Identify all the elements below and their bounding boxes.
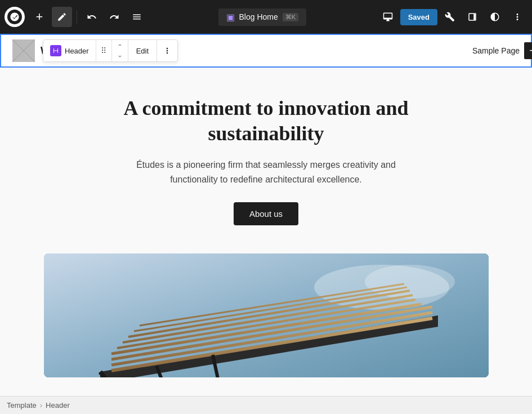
edit-mode-button[interactable] xyxy=(52,7,72,27)
block-type-indicator[interactable]: Header xyxy=(43,39,96,62)
preview-label: Blog Home xyxy=(239,12,278,21)
divider-1 xyxy=(77,10,77,24)
desktop-view-button[interactable] xyxy=(378,7,398,27)
block-name-label: Header xyxy=(65,47,89,55)
about-us-button[interactable]: About us xyxy=(234,202,298,225)
hero-section: A commitment to innovation and sustainab… xyxy=(0,68,532,242)
pencil-icon xyxy=(57,12,67,22)
more-icon xyxy=(512,12,522,22)
header-block-container: WPZOOM Sample Page + Header xyxy=(0,34,532,68)
preview-selector[interactable]: ▣ Blog Home ⌘K xyxy=(218,8,307,26)
building-svg xyxy=(44,253,489,377)
redo-icon xyxy=(109,12,119,22)
edit-label: Edit xyxy=(136,47,149,55)
canvas-wrapper: WPZOOM Sample Page + Header xyxy=(0,34,532,396)
block-more-icon xyxy=(163,46,172,55)
header-icon-svg xyxy=(52,47,59,54)
saved-button[interactable]: Saved xyxy=(400,9,437,25)
hero-title: A commitment to innovation and sustainab… xyxy=(97,96,435,146)
block-toolbar: Header ⠿ xyxy=(43,39,178,62)
site-nav-link[interactable]: Sample Page xyxy=(472,46,520,55)
plus-icon: + xyxy=(529,45,532,56)
edit-button[interactable]: Edit xyxy=(128,39,157,62)
add-block-edge-button[interactable]: + xyxy=(524,42,532,59)
sidebar-toggle-button[interactable] xyxy=(462,7,482,27)
building-image xyxy=(44,253,489,377)
undo-button[interactable] xyxy=(82,7,102,27)
wrench-icon xyxy=(445,12,455,22)
wp-logo[interactable]: W xyxy=(5,7,25,27)
contrast-icon xyxy=(490,12,500,22)
undo-icon xyxy=(87,12,97,22)
breadcrumb-bar: Template › Header xyxy=(0,396,532,414)
site-logo xyxy=(12,39,35,62)
block-more-button[interactable] xyxy=(157,39,177,62)
drag-dots-icon: ⠿ xyxy=(101,46,107,55)
building-image-container xyxy=(0,253,532,377)
preview-shortcut: ⌘K xyxy=(283,13,298,21)
tools-button[interactable] xyxy=(440,7,460,27)
list-icon xyxy=(132,12,142,22)
preview-icon: ▣ xyxy=(226,12,235,23)
more-options-button[interactable] xyxy=(507,7,527,27)
hero-subtitle: Études is a pioneering firm that seamles… xyxy=(126,158,407,186)
desktop-icon xyxy=(383,12,393,22)
add-icon: + xyxy=(36,10,43,24)
top-toolbar: W + ▣ Blog Home ⌘K xyxy=(0,0,532,34)
chevron-up-icon xyxy=(117,42,123,48)
svg-point-7 xyxy=(365,265,455,299)
chevron-down-icon xyxy=(117,54,123,59)
svg-text:W: W xyxy=(12,15,16,19)
breadcrumb-header[interactable]: Header xyxy=(46,401,70,409)
wp-logo-icon: W xyxy=(10,12,20,22)
building-bg xyxy=(44,253,489,377)
move-down-button[interactable] xyxy=(112,51,128,62)
document-overview-button[interactable] xyxy=(127,7,147,27)
block-move-buttons xyxy=(112,39,128,62)
breadcrumb-template[interactable]: Template xyxy=(7,401,37,409)
redo-button[interactable] xyxy=(104,7,124,27)
sidebar-icon xyxy=(467,12,477,22)
site-canvas: WPZOOM Sample Page + Header xyxy=(0,34,532,396)
add-block-button[interactable]: + xyxy=(29,7,50,27)
saved-label: Saved xyxy=(408,13,430,21)
move-up-button[interactable] xyxy=(112,39,128,51)
toolbar-right: Saved xyxy=(378,7,527,27)
contrast-button[interactable] xyxy=(485,7,505,27)
drag-handle[interactable]: ⠿ xyxy=(96,39,112,62)
header-block-icon xyxy=(50,45,61,56)
breadcrumb-separator: › xyxy=(40,401,42,409)
toolbar-center: ▣ Blog Home ⌘K xyxy=(149,8,375,26)
